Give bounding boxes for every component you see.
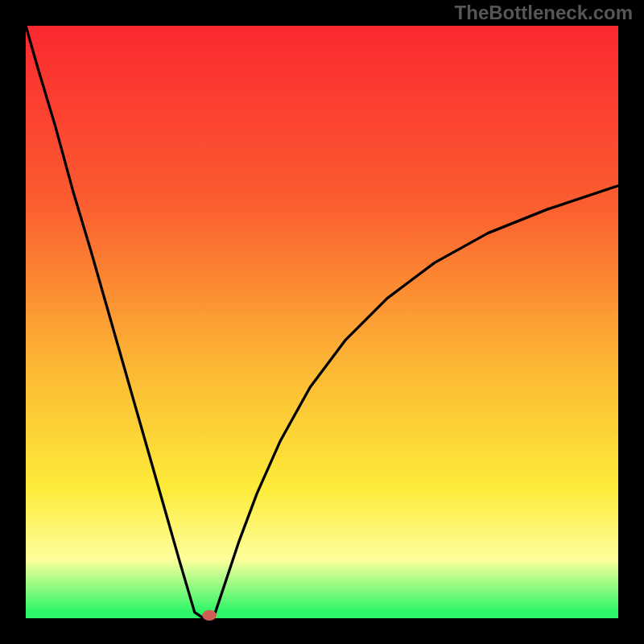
minimum-marker-icon [202, 610, 217, 621]
bottleneck-curve [26, 26, 618, 618]
chart-frame: TheBottleneck.com [0, 0, 644, 644]
curve-svg [26, 26, 618, 618]
watermark-text: TheBottleneck.com [455, 2, 633, 24]
plot-area [26, 26, 618, 618]
